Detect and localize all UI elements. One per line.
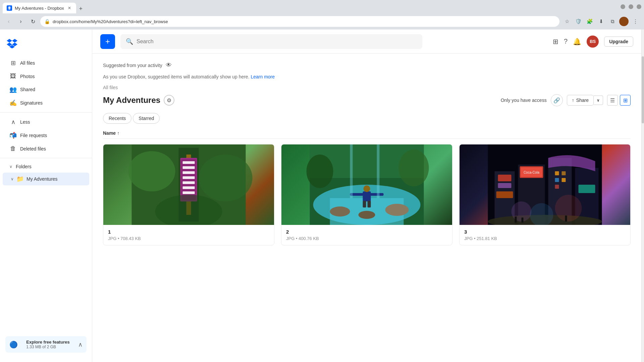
- svg-rect-54: [579, 185, 595, 193]
- apps-grid-icon[interactable]: ⊞: [553, 38, 558, 46]
- sidebar-item-all-files[interactable]: ⊞ All files: [3, 57, 89, 69]
- help-icon[interactable]: ?: [564, 38, 568, 45]
- forward-button[interactable]: ›: [16, 17, 25, 26]
- svg-rect-45: [562, 178, 566, 182]
- sidebar-item-photos[interactable]: 🖼 Photos: [3, 70, 89, 82]
- svg-rect-6: [183, 166, 195, 169]
- file-name-3: 3: [464, 229, 626, 235]
- sidebar-item-less[interactable]: ∧ Less: [3, 116, 89, 128]
- file-requests-icon: 📬: [9, 132, 17, 139]
- extensions-icon[interactable]: 🧩: [585, 17, 594, 26]
- tab-recents[interactable]: Recents: [103, 113, 131, 124]
- sidebar-item-signatures[interactable]: ✍ Signatures: [3, 97, 89, 109]
- learn-more-link[interactable]: Learn more: [251, 74, 275, 79]
- access-label: Only you have access: [501, 98, 547, 103]
- file-grid: 1 JPG • 708.43 KB: [103, 144, 631, 245]
- active-tab[interactable]: My Adventures - Dropbox ✕: [3, 3, 76, 13]
- explore-subtitle: 1.33 MB of 2 GB: [26, 345, 69, 349]
- grid-view-button[interactable]: ⊞: [620, 95, 631, 106]
- search-bar[interactable]: 🔍: [120, 34, 422, 49]
- profile-icon[interactable]: [619, 17, 629, 26]
- more-icon[interactable]: ⋮: [631, 17, 640, 26]
- sidebar-item-my-adventures[interactable]: ∨ 📁 My Adventures: [3, 173, 89, 185]
- share-dropdown-button[interactable]: ∨: [594, 96, 603, 105]
- create-button[interactable]: +: [100, 34, 115, 49]
- browser-toolbar: ‹ › ↻ 🔒 dropbox.com/home/My%20Adventures…: [0, 13, 644, 29]
- svg-rect-9: [183, 181, 195, 184]
- file-name-2: 2: [286, 229, 447, 235]
- svg-rect-46: [555, 185, 559, 189]
- sidebar-item-deleted-files[interactable]: 🗑 Deleted files: [3, 142, 89, 155]
- svg-text:Coca-Cola: Coca-Cola: [524, 171, 540, 174]
- svg-rect-38: [498, 183, 512, 188]
- download-icon[interactable]: ⬇: [596, 17, 606, 26]
- explore-text: Explore free features 1.33 MB of 2 GB: [26, 340, 69, 349]
- svg-rect-5: [183, 161, 195, 164]
- svg-rect-42: [555, 171, 559, 175]
- scrollbar[interactable]: [641, 29, 644, 362]
- list-controls: Name ↑: [103, 130, 631, 139]
- file-card-3[interactable]: Coca-Cola: [459, 144, 631, 245]
- share-button[interactable]: ↑ Share: [567, 95, 594, 106]
- svg-point-21: [359, 211, 375, 219]
- svg-point-20: [385, 204, 409, 216]
- upgrade-button[interactable]: Upgrade: [604, 37, 633, 47]
- breadcrumb-all-files[interactable]: All files: [103, 85, 118, 90]
- explore-box[interactable]: 🔵 Explore free features 1.33 MB of 2 GB …: [5, 336, 87, 353]
- chevron-up-icon: ∧: [9, 118, 17, 126]
- file-card-2[interactable]: 2 JPG • 400.76 KB: [281, 144, 452, 245]
- address-bar[interactable]: 🔒 dropbox.com/home/My%20Adventures?di=le…: [40, 16, 559, 27]
- link-icon: 🔗: [553, 97, 560, 104]
- sort-by-name[interactable]: Name ↑: [103, 130, 119, 136]
- toolbar-icons: ☆ 🛡️ 🧩 ⬇ ⧉ ⋮: [562, 17, 640, 26]
- collapse-icon[interactable]: ∧: [78, 341, 83, 348]
- minimize-button[interactable]: [621, 4, 625, 9]
- suggestions-info-text: As you use Dropbox, suggested items will…: [103, 74, 250, 79]
- browser-titlebar: My Adventures - Dropbox ✕ +: [0, 0, 644, 13]
- close-button[interactable]: [637, 4, 641, 9]
- svg-point-19: [330, 206, 350, 217]
- search-input[interactable]: [137, 39, 417, 45]
- sidebar-folders-header[interactable]: ∨ Folders: [3, 161, 89, 172]
- suggestions-bar: Suggested from your activity 👁: [103, 62, 631, 69]
- app-layout: ⊞ All files 🖼 Photos 👥 Shared ✍ Signatur…: [0, 29, 644, 362]
- folder-settings-button[interactable]: ⚙: [164, 95, 174, 106]
- tab-close-button[interactable]: ✕: [67, 5, 72, 11]
- svg-rect-27: [368, 201, 371, 207]
- sort-asc-icon: ↑: [117, 130, 119, 136]
- url-text: dropbox.com/home/My%20Adventures?di=left…: [53, 19, 555, 24]
- file-meta-3: JPG • 251.81 KB: [464, 236, 626, 241]
- file-info-2: 2 JPG • 400.76 KB: [281, 225, 452, 245]
- tab-starred[interactable]: Starred: [133, 113, 160, 124]
- shield-icon[interactable]: 🛡️: [574, 17, 583, 26]
- notifications-icon[interactable]: 🔔: [573, 38, 581, 46]
- file-card-1[interactable]: 1 JPG • 708.43 KB: [103, 144, 274, 245]
- bookmark-icon[interactable]: ☆: [562, 17, 572, 26]
- maximize-button[interactable]: [629, 4, 633, 9]
- sidebar-item-file-requests[interactable]: 📬 File requests: [3, 129, 89, 142]
- list-view-button[interactable]: ☰: [607, 95, 618, 106]
- file-name-1: 1: [108, 229, 269, 235]
- copy-link-button[interactable]: 🔗: [551, 94, 563, 106]
- chevron-down-icon: ∨: [597, 98, 600, 103]
- svg-rect-10: [183, 186, 195, 189]
- search-icon: 🔍: [126, 38, 133, 45]
- reload-button[interactable]: ↻: [28, 17, 38, 26]
- folder-title: My Adventures: [103, 96, 160, 105]
- svg-rect-22: [363, 191, 371, 201]
- explore-title: Explore free features: [26, 340, 69, 345]
- split-icon[interactable]: ⧉: [608, 17, 617, 26]
- svg-rect-29: [377, 144, 380, 198]
- avatar[interactable]: BS: [587, 36, 599, 48]
- visibility-icon[interactable]: 👁: [166, 62, 172, 69]
- sidebar-item-shared[interactable]: 👥 Shared: [3, 83, 89, 96]
- folder-header: My Adventures ⚙ Only you have access 🔗 ↑: [103, 94, 631, 106]
- new-tab-button[interactable]: +: [76, 4, 86, 13]
- sidebar-item-label: Photos: [20, 74, 35, 79]
- scrollbar-thumb[interactable]: [642, 56, 644, 123]
- breadcrumb: All files: [103, 85, 631, 90]
- back-button[interactable]: ‹: [4, 17, 13, 26]
- sidebar-bottom: 🔵 Explore free features 1.33 MB of 2 GB …: [0, 332, 92, 357]
- folder-icon: 📁: [16, 175, 24, 183]
- folder-header-right: Only you have access 🔗 ↑ Share ∨: [501, 94, 631, 106]
